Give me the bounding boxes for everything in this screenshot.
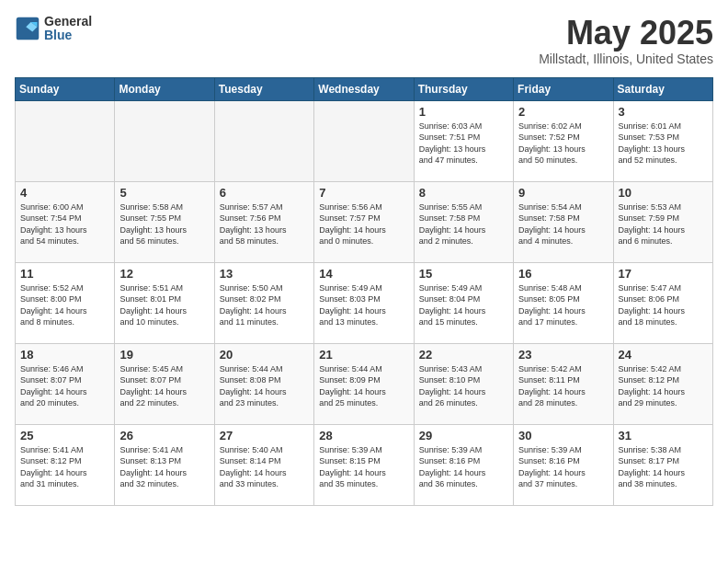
day-number: 27 [220,429,309,442]
day-info: Sunrise: 5:56 AM Sunset: 7:57 PM Dayligh… [319,201,408,247]
table-row: 15Sunrise: 5:49 AM Sunset: 8:04 PM Dayli… [414,262,513,343]
day-info: Sunrise: 5:50 AM Sunset: 8:02 PM Dayligh… [220,282,309,328]
day-number: 19 [119,348,209,362]
table-row: 20Sunrise: 5:44 AM Sunset: 8:08 PM Dayli… [214,343,313,424]
day-info: Sunrise: 5:47 AM Sunset: 8:06 PM Dayligh… [619,282,708,328]
day-number: 11 [20,267,109,281]
day-number: 2 [518,105,608,119]
day-number: 9 [518,186,608,200]
day-number: 10 [619,186,708,200]
header-wednesday: Wednesday [314,77,414,100]
day-info: Sunrise: 5:44 AM Sunset: 8:08 PM Dayligh… [220,363,309,409]
calendar-subtitle: Millstadt, Illinois, United States [539,52,713,66]
day-info: Sunrise: 5:53 AM Sunset: 7:59 PM Dayligh… [619,201,708,247]
table-row: 17Sunrise: 5:47 AM Sunset: 8:06 PM Dayli… [613,262,712,343]
day-number: 28 [319,429,408,442]
day-number: 22 [419,348,508,362]
table-row: 1Sunrise: 6:03 AM Sunset: 7:51 PM Daylig… [414,100,513,181]
day-info: Sunrise: 5:38 AM Sunset: 8:17 PM Dayligh… [619,444,708,490]
day-info: Sunrise: 5:43 AM Sunset: 8:10 PM Dayligh… [419,363,508,409]
day-number: 6 [220,186,309,200]
day-number: 7 [319,186,408,200]
day-info: Sunrise: 5:48 AM Sunset: 8:05 PM Dayligh… [518,282,608,328]
table-row: 3Sunrise: 6:01 AM Sunset: 7:53 PM Daylig… [613,100,712,181]
header-tuesday: Tuesday [214,77,313,100]
header-thursday: Thursday [414,77,513,100]
day-info: Sunrise: 6:03 AM Sunset: 7:51 PM Dayligh… [419,121,508,167]
day-info: Sunrise: 5:39 AM Sunset: 8:16 PM Dayligh… [419,444,508,490]
day-info: Sunrise: 5:51 AM Sunset: 8:01 PM Dayligh… [119,282,209,328]
day-number: 23 [518,348,608,362]
day-number: 8 [419,186,508,200]
table-row: 16Sunrise: 5:48 AM Sunset: 8:05 PM Dayli… [514,262,613,343]
day-info: Sunrise: 5:49 AM Sunset: 8:03 PM Dayligh… [319,282,408,328]
day-info: Sunrise: 6:00 AM Sunset: 7:54 PM Dayligh… [20,201,109,247]
header-sunday: Sunday [16,77,115,100]
day-number: 18 [20,348,109,362]
day-info: Sunrise: 5:58 AM Sunset: 7:55 PM Dayligh… [119,201,209,247]
header-monday: Monday [115,77,214,100]
table-row: 25Sunrise: 5:41 AM Sunset: 8:12 PM Dayli… [16,424,115,505]
table-row: 4Sunrise: 6:00 AM Sunset: 7:54 PM Daylig… [16,181,115,262]
day-info: Sunrise: 5:52 AM Sunset: 8:00 PM Dayligh… [20,282,109,328]
logo-icon [15,16,40,41]
table-row: 6Sunrise: 5:57 AM Sunset: 7:56 PM Daylig… [214,181,313,262]
table-row [214,100,313,181]
day-info: Sunrise: 5:41 AM Sunset: 8:12 PM Dayligh… [20,444,109,490]
table-row: 18Sunrise: 5:46 AM Sunset: 8:07 PM Dayli… [16,343,115,424]
day-number: 12 [119,267,209,281]
day-info: Sunrise: 5:42 AM Sunset: 8:12 PM Dayligh… [619,363,708,409]
table-row: 29Sunrise: 5:39 AM Sunset: 8:16 PM Dayli… [414,424,513,505]
calendar-week-row: 11Sunrise: 5:52 AM Sunset: 8:00 PM Dayli… [16,262,713,343]
logo-text: General Blue [44,15,92,43]
table-row: 23Sunrise: 5:42 AM Sunset: 8:11 PM Dayli… [514,343,613,424]
day-info: Sunrise: 6:01 AM Sunset: 7:53 PM Dayligh… [619,121,708,167]
table-row: 2Sunrise: 6:02 AM Sunset: 7:52 PM Daylig… [514,100,613,181]
day-info: Sunrise: 5:55 AM Sunset: 7:58 PM Dayligh… [419,201,508,247]
table-row: 31Sunrise: 5:38 AM Sunset: 8:17 PM Dayli… [613,424,712,505]
day-info: Sunrise: 5:39 AM Sunset: 8:16 PM Dayligh… [518,444,608,490]
day-number: 21 [319,348,408,362]
title-block: May 2025 Millstadt, Illinois, United Sta… [539,15,713,66]
table-row: 27Sunrise: 5:40 AM Sunset: 8:14 PM Dayli… [214,424,313,505]
day-info: Sunrise: 5:42 AM Sunset: 8:11 PM Dayligh… [518,363,608,409]
page-header: General Blue May 2025 Millstadt, Illinoi… [15,15,713,66]
day-number: 15 [419,267,508,281]
table-row [314,100,414,181]
table-row: 21Sunrise: 5:44 AM Sunset: 8:09 PM Dayli… [314,343,414,424]
calendar-week-row: 18Sunrise: 5:46 AM Sunset: 8:07 PM Dayli… [16,343,713,424]
day-info: Sunrise: 5:41 AM Sunset: 8:13 PM Dayligh… [119,444,209,490]
table-row: 13Sunrise: 5:50 AM Sunset: 8:02 PM Dayli… [214,262,313,343]
day-number: 5 [119,186,209,200]
day-info: Sunrise: 5:49 AM Sunset: 8:04 PM Dayligh… [419,282,508,328]
header-saturday: Saturday [613,77,712,100]
day-info: Sunrise: 5:46 AM Sunset: 8:07 PM Dayligh… [20,363,109,409]
table-row: 7Sunrise: 5:56 AM Sunset: 7:57 PM Daylig… [314,181,414,262]
day-info: Sunrise: 5:44 AM Sunset: 8:09 PM Dayligh… [319,363,408,409]
day-info: Sunrise: 5:57 AM Sunset: 7:56 PM Dayligh… [220,201,309,247]
table-row: 8Sunrise: 5:55 AM Sunset: 7:58 PM Daylig… [414,181,513,262]
day-number: 20 [220,348,309,362]
day-info: Sunrise: 6:02 AM Sunset: 7:52 PM Dayligh… [518,121,608,167]
table-row: 19Sunrise: 5:45 AM Sunset: 8:07 PM Dayli… [115,343,214,424]
calendar-week-row: 1Sunrise: 6:03 AM Sunset: 7:51 PM Daylig… [16,100,713,181]
calendar-table: Sunday Monday Tuesday Wednesday Thursday… [15,77,713,506]
day-number: 25 [20,429,109,442]
table-row [115,100,214,181]
day-info: Sunrise: 5:45 AM Sunset: 8:07 PM Dayligh… [119,363,209,409]
calendar-week-row: 25Sunrise: 5:41 AM Sunset: 8:12 PM Dayli… [16,424,713,505]
day-number: 26 [119,429,209,442]
day-number: 13 [220,267,309,281]
table-row: 22Sunrise: 5:43 AM Sunset: 8:10 PM Dayli… [414,343,513,424]
day-number: 4 [20,186,109,200]
day-number: 14 [319,267,408,281]
day-info: Sunrise: 5:40 AM Sunset: 8:14 PM Dayligh… [220,444,309,490]
day-number: 29 [419,429,508,442]
logo-general: General [44,15,92,29]
calendar-title: May 2025 [539,15,713,52]
calendar-header-row: Sunday Monday Tuesday Wednesday Thursday… [16,77,713,100]
day-number: 3 [619,105,708,119]
table-row: 11Sunrise: 5:52 AM Sunset: 8:00 PM Dayli… [16,262,115,343]
table-row: 28Sunrise: 5:39 AM Sunset: 8:15 PM Dayli… [314,424,414,505]
logo: General Blue [15,15,92,43]
